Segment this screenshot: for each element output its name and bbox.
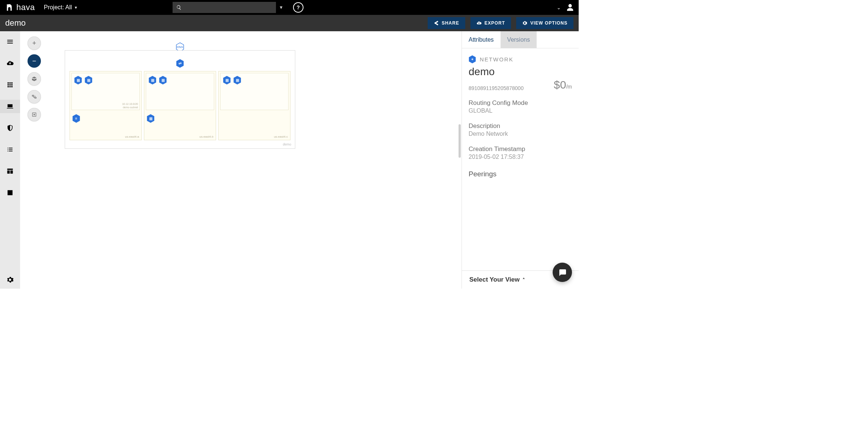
plus-icon: + xyxy=(32,39,36,47)
project-picker[interactable]: Project: All ▾ xyxy=(44,4,77,11)
sidebar-reports[interactable] xyxy=(0,186,20,199)
top-right-controls: ⌄ xyxy=(557,3,574,12)
sidebar-table[interactable] xyxy=(0,164,20,178)
box-icon xyxy=(31,76,37,82)
diagram-canvas[interactable]: + − DNS ⇄ ▦ xyxy=(20,31,462,289)
search-wrap: ▼ ? xyxy=(173,2,303,13)
region-us-east4-c[interactable]: ▦ ▦ us-east4-c xyxy=(218,71,290,140)
cloud-download-icon xyxy=(476,20,482,26)
search-input[interactable] xyxy=(173,2,276,13)
network-label: demo xyxy=(283,142,291,146)
subnet-name: demo-subnet xyxy=(122,106,138,109)
share-label: SHARE xyxy=(442,20,459,26)
fit-button[interactable] xyxy=(28,72,41,86)
left-sidebar xyxy=(0,31,20,289)
bar-chart-icon xyxy=(6,189,14,196)
chip-icon: ▦ xyxy=(151,78,154,82)
compute-instance-node[interactable]: ▦ xyxy=(159,76,167,85)
help-button[interactable]: ? xyxy=(293,2,303,13)
chip-icon: ▦ xyxy=(77,78,80,82)
chat-icon xyxy=(558,268,567,277)
view-options-label: VIEW OPTIONS xyxy=(530,20,568,26)
snapshot-button[interactable] xyxy=(28,108,41,121)
user-icon[interactable] xyxy=(566,3,574,12)
chip-icon: ▦ xyxy=(236,78,239,82)
region-label: us-east4-b xyxy=(199,135,213,138)
search-icon xyxy=(176,4,181,10)
sidebar-infrastructure[interactable] xyxy=(0,100,20,113)
resource-type-row: ✶ NETWORK xyxy=(469,55,572,64)
search-field[interactable] xyxy=(184,4,272,11)
compute-instance-node[interactable]: ▦ xyxy=(223,76,231,85)
sidebar-import[interactable] xyxy=(0,57,20,70)
list-icon xyxy=(6,146,14,153)
gear-icon xyxy=(522,20,527,26)
attributes-panel: ✶ NETWORK demo 8910891195205878000 $0/m … xyxy=(462,48,579,270)
compute-instance-node[interactable]: ▦ xyxy=(148,76,157,85)
share-icon xyxy=(434,20,439,26)
sidebar-settings[interactable] xyxy=(0,273,20,286)
record-icon xyxy=(31,112,37,118)
main-area: + − DNS ⇄ ▦ xyxy=(0,31,579,289)
routing-mode-label: Routing Config Mode xyxy=(469,99,572,107)
zoom-in-button[interactable]: + xyxy=(28,36,41,50)
canvas-tool-column: + − xyxy=(28,36,41,121)
chip-icon: ▦ xyxy=(87,78,90,82)
diagram-root: DNS ⇄ ▦ ▦ 10.12.10. xyxy=(65,42,295,149)
resource-cost: $0/m xyxy=(554,78,572,91)
region-us-east4-b[interactable]: ▦ ▦ ▦ us-east4-b xyxy=(144,71,216,140)
view-options-button[interactable]: VIEW OPTIONS xyxy=(516,17,573,29)
gear-icon xyxy=(6,276,14,283)
sidebar-menu[interactable] xyxy=(0,35,20,48)
sidebar-apps[interactable] xyxy=(0,78,20,92)
share-button[interactable]: SHARE xyxy=(428,17,465,29)
disk-stack-node[interactable]: ≡ xyxy=(72,114,80,123)
cost-suffix: /m xyxy=(566,84,572,90)
subnet[interactable]: ▦ ▦ xyxy=(146,73,214,110)
account-dropdown[interactable]: ⌄ xyxy=(557,5,561,10)
environment-title: demo xyxy=(5,18,26,28)
compute-instance-node[interactable]: ▦ xyxy=(233,76,241,85)
table-icon xyxy=(6,167,14,175)
laptop-icon xyxy=(6,103,14,110)
view-switcher-label: Select Your View xyxy=(469,276,520,283)
apps-grid-icon xyxy=(6,81,14,89)
creation-label: Creation Timestamp xyxy=(469,145,572,153)
help-icon: ? xyxy=(297,4,300,10)
detail-tabs: Attributes Versions xyxy=(462,31,579,48)
tab-versions[interactable]: Versions xyxy=(501,31,537,48)
export-label: EXPORT xyxy=(485,20,505,26)
brand-logo[interactable]: hava xyxy=(4,3,35,12)
region-us-east4-a[interactable]: ▦ ▦ 10.12.10.0/20 demo-subnet ≡ xyxy=(70,71,142,140)
search-dropdown[interactable]: ▼ xyxy=(277,2,285,13)
subnet-demo[interactable]: ▦ ▦ 10.12.10.0/20 demo-subnet xyxy=(71,73,140,110)
network-box[interactable]: ⇄ ▦ ▦ 10.12.10.0/20 demo-subnet xyxy=(65,50,295,149)
peerings-heading: Peerings xyxy=(469,170,572,178)
svg-point-1 xyxy=(33,114,35,115)
load-balancer-node[interactable]: ⇄ xyxy=(70,59,290,68)
sidebar-list[interactable] xyxy=(0,143,20,156)
minus-icon: − xyxy=(32,57,36,65)
cost-value: $0 xyxy=(554,78,566,91)
flow-button[interactable] xyxy=(28,90,41,103)
compute-instance-node[interactable]: ▦ xyxy=(74,76,82,85)
chip-icon: ▦ xyxy=(149,117,152,121)
chip-icon: ▦ xyxy=(161,78,165,82)
export-button[interactable]: EXPORT xyxy=(470,17,511,29)
chevron-up-icon: ˄ xyxy=(523,277,525,283)
compute-instance-node[interactable]: ▦ xyxy=(84,76,93,85)
regions-row: ▦ ▦ 10.12.10.0/20 demo-subnet ≡ xyxy=(70,71,290,140)
description-label: Description xyxy=(469,122,572,130)
flow-icon xyxy=(31,94,37,100)
subnet[interactable]: ▦ ▦ xyxy=(220,73,289,110)
subnet-meta: 10.12.10.0/20 demo-subnet xyxy=(122,103,138,109)
project-picker-label: Project: All xyxy=(44,4,72,11)
sidebar-security[interactable] xyxy=(0,121,20,135)
brand-name: hava xyxy=(16,3,35,12)
compute-instance-node[interactable]: ▦ xyxy=(147,114,155,123)
chat-fab[interactable] xyxy=(553,263,572,282)
canvas-scrollbar[interactable] xyxy=(459,124,461,158)
resource-name: demo xyxy=(469,66,572,78)
tab-attributes[interactable]: Attributes xyxy=(462,31,501,48)
zoom-out-button[interactable]: − xyxy=(28,54,41,68)
